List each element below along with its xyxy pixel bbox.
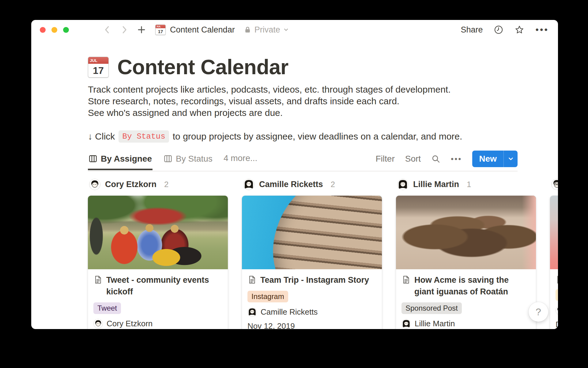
card-cover-building-photo bbox=[242, 196, 382, 269]
view-switcher-bar: By Assignee By Status 4 more... Filter S… bbox=[88, 151, 518, 171]
zoom-window-button[interactable] bbox=[63, 27, 69, 33]
lock-icon bbox=[243, 26, 252, 34]
assignee-avatar bbox=[401, 319, 411, 328]
help-button[interactable]: ? bbox=[529, 302, 548, 322]
tag-pill: Instagram bbox=[247, 291, 288, 302]
group-header[interactable]: Camille Ricketts 2 bbox=[242, 178, 382, 190]
page-doc-icon bbox=[556, 275, 558, 284]
page-title: Content Calendar bbox=[117, 56, 288, 78]
updates-clock-icon[interactable] bbox=[494, 25, 503, 35]
hint-line: ↓ Click By Status to group projects by a… bbox=[88, 130, 518, 143]
filter-button[interactable]: Filter bbox=[376, 154, 395, 164]
tag-pill: Tweet bbox=[93, 302, 121, 314]
view-controls: Filter Sort ••• New bbox=[376, 151, 518, 171]
tab-by-assignee[interactable]: By Assignee bbox=[88, 152, 153, 170]
new-button[interactable]: New bbox=[472, 151, 503, 167]
search-icon[interactable] bbox=[431, 154, 440, 163]
tag-pill: Sponsored Post bbox=[401, 302, 462, 314]
description-line: Track content projects like articles, po… bbox=[88, 84, 518, 95]
card-title: Tweet - community events kickoff bbox=[106, 274, 222, 297]
breadcrumb-title: Content Calendar bbox=[170, 25, 235, 35]
group-name: Lillie Martin bbox=[413, 180, 459, 189]
group-count: 1 bbox=[467, 180, 471, 189]
window-controls bbox=[40, 27, 69, 33]
assignee-avatar bbox=[551, 179, 558, 190]
board-view-icon bbox=[164, 154, 172, 163]
group-header[interactable]: Lillie Martin 1 bbox=[396, 178, 536, 190]
new-button-group: New bbox=[472, 151, 518, 167]
group-count: 2 bbox=[331, 180, 335, 189]
description-line: See who's assigned and when projects are… bbox=[88, 107, 518, 119]
group-count: 2 bbox=[164, 180, 168, 189]
group-header[interactable]: Cory Etzkorn 2 bbox=[88, 178, 228, 190]
chevron-down-icon bbox=[283, 27, 289, 33]
calendar-month-label: JUL bbox=[156, 25, 165, 28]
board-view-icon bbox=[89, 154, 97, 163]
more-options-icon[interactable]: ••• bbox=[535, 25, 549, 34]
group-name: Camille Ricketts bbox=[259, 180, 323, 189]
view-options-icon[interactable]: ••• bbox=[451, 154, 462, 164]
board-column: Cory Etzkorn 2 Tweet - community events … bbox=[88, 178, 228, 329]
favorite-star-icon[interactable] bbox=[514, 25, 524, 35]
assignee-avatar bbox=[93, 319, 103, 328]
tab-by-status[interactable]: By Status bbox=[163, 152, 213, 170]
page-doc-icon bbox=[93, 275, 103, 284]
board-column: Lillie Martin 1 How Acme is saving the g… bbox=[396, 178, 536, 329]
calendar-month-label: JUL bbox=[88, 57, 108, 64]
assignee-name: Lillie Martin bbox=[415, 319, 455, 328]
board-column: Camille Ricketts 2 Team Trip - Instagram… bbox=[242, 178, 382, 329]
assignee-avatar bbox=[243, 179, 254, 190]
card-cover-gradient-photo bbox=[550, 196, 558, 269]
chevron-down-icon bbox=[507, 155, 514, 162]
breadcrumb[interactable]: JUL 17 Content Calendar bbox=[155, 25, 235, 35]
hint-prefix: ↓ Click bbox=[88, 131, 115, 142]
card-date: Nov 12, 2019 bbox=[247, 321, 376, 329]
assignee-name: Cory Etzkorn bbox=[107, 319, 153, 328]
board-card[interactable]: How Acme is saving the giant iguanas of … bbox=[396, 196, 536, 329]
calendar-day-label: 17 bbox=[88, 64, 108, 77]
card-cover-festival-photo bbox=[88, 196, 228, 269]
titlebar: JUL 17 Content Calendar Private Share bbox=[31, 20, 558, 40]
new-page-icon[interactable] bbox=[137, 25, 146, 34]
titlebar-actions: Share ••• bbox=[461, 25, 549, 35]
board-card[interactable]: Tweet - community events kickoff Tweet C… bbox=[88, 196, 228, 329]
board-column-partial: V D bbox=[550, 178, 558, 329]
board-card[interactable]: Team Trip - Instagram Story Instagram Ca… bbox=[242, 196, 382, 329]
desktop-background: JUL 17 Content Calendar Private Share bbox=[0, 0, 588, 368]
privacy-label: Private bbox=[254, 25, 280, 35]
assignee-name: Camille Ricketts bbox=[261, 307, 318, 317]
notion-window: JUL 17 Content Calendar Private Share bbox=[31, 20, 558, 329]
board-card[interactable]: V D bbox=[550, 196, 558, 329]
page-calendar-emoji-icon[interactable]: JUL 17 bbox=[88, 57, 109, 78]
minimize-window-button[interactable] bbox=[51, 27, 57, 33]
card-date: D bbox=[556, 320, 558, 329]
card-cover-iguanas-photo bbox=[396, 196, 536, 269]
tab-label: By Status bbox=[176, 154, 213, 164]
page-description: Track content projects like articles, po… bbox=[88, 84, 518, 119]
kanban-board: Cory Etzkorn 2 Tweet - community events … bbox=[88, 178, 558, 329]
group-header[interactable] bbox=[550, 178, 558, 190]
privacy-dropdown[interactable]: Private bbox=[243, 25, 289, 35]
sort-button[interactable]: Sort bbox=[405, 154, 421, 164]
share-button[interactable]: Share bbox=[461, 25, 483, 35]
inline-code-chip: By Status bbox=[119, 130, 169, 143]
assignee-avatar bbox=[556, 306, 558, 315]
more-views-link[interactable]: 4 more... bbox=[224, 153, 257, 168]
close-window-button[interactable] bbox=[40, 27, 46, 33]
back-icon[interactable] bbox=[103, 25, 112, 34]
description-line: Store research, notes, recordings, visua… bbox=[88, 95, 518, 107]
card-title: How Acme is saving the giant iguanas of … bbox=[414, 274, 530, 297]
assignee-avatar bbox=[247, 307, 257, 317]
calendar-day-label: 17 bbox=[156, 28, 165, 35]
new-dropdown-button[interactable] bbox=[503, 151, 518, 167]
forward-icon[interactable] bbox=[120, 25, 129, 34]
calendar-emoji-icon: JUL 17 bbox=[155, 25, 166, 35]
assignee-avatar bbox=[397, 179, 409, 190]
tag-pill: V bbox=[556, 289, 558, 301]
sidebar-toggle-icon[interactable] bbox=[82, 26, 92, 33]
hint-suffix: to group projects by assignee, view dead… bbox=[173, 131, 462, 142]
page-doc-icon bbox=[247, 275, 257, 284]
group-name: Cory Etzkorn bbox=[105, 180, 156, 189]
tab-label: By Assignee bbox=[101, 154, 152, 164]
assignee-avatar bbox=[89, 179, 100, 190]
